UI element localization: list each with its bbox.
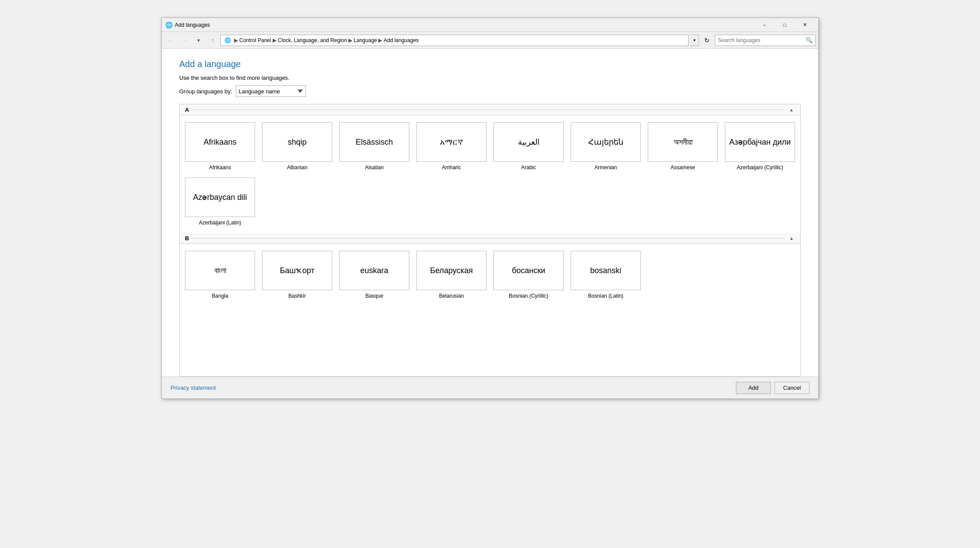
search-icon: 🔍 (806, 37, 813, 43)
refresh-button[interactable]: ↻ (701, 35, 713, 46)
language-name-bashkir: Bashkir (288, 293, 306, 299)
language-item-belarusian[interactable]: БеларускаяBelarusian (416, 251, 486, 299)
section-collapse-A[interactable]: ▲ (788, 106, 795, 113)
minimize-button[interactable]: − (754, 18, 774, 32)
language-item-bangla[interactable]: বাংলাBangla (185, 251, 255, 299)
search-input[interactable] (718, 37, 806, 43)
cancel-button[interactable]: Cancel (774, 382, 810, 394)
language-tile-alsatian: Elsässisch (339, 122, 409, 162)
language-item-basque[interactable]: euskaraBasque (339, 251, 409, 299)
language-list: A▲AfrikaansAfrikaansshqipAlbanianElsässi… (179, 104, 801, 377)
section-line-A (192, 110, 785, 110)
language-item-armenian[interactable]: ՀայերենArmenian (571, 122, 641, 171)
language-name-bosnian--cyrillic-: Bosnian (Cyrillic) (509, 293, 548, 299)
main-content: Add a language Use the search box to fin… (162, 49, 818, 377)
up-button[interactable]: ↑ (206, 35, 219, 46)
language-name-armenian: Armenian (594, 164, 617, 171)
language-tile-albanian: shqip (262, 122, 332, 162)
breadcrumb-add-languages[interactable]: Add languages (383, 37, 419, 43)
group-by-label: Group languages by: (179, 88, 232, 95)
language-item-arabic[interactable]: العربيةArabic (494, 122, 564, 171)
search-box[interactable]: 🔍 (715, 35, 816, 46)
language-grid-A: AfrikaansAfrikaansshqipAlbanianElsässisc… (180, 115, 800, 233)
language-item-azerbaijani--cyrillic-[interactable]: Азәрбајчан дилиAzerbaijani (Cyrillic) (725, 122, 795, 171)
language-name-azerbaijani--latin-: Azerbaijani (Latin) (199, 220, 241, 226)
language-item-amharic[interactable]: አማርኛAmharic (416, 122, 486, 171)
language-tile-afrikaans: Afrikaans (185, 122, 255, 162)
language-tile-arabic: العربية (494, 122, 564, 162)
breadcrumb-clock[interactable]: Clock, Language, and Region (278, 37, 347, 43)
title-bar: 🌐 Add languages − □ ✕ (162, 18, 818, 32)
language-tile-armenian: Հայերեն (571, 122, 641, 162)
language-item-bosnian--cyrillic-[interactable]: босанскиBosnian (Cyrillic) (494, 251, 564, 299)
language-name-belarusian: Belarusian (439, 293, 464, 299)
language-item-azerbaijani--latin-[interactable]: Azərbaycan diliAzerbaijani (Latin) (185, 178, 255, 226)
language-name-amharic: Amharic (442, 164, 461, 171)
section-header-A: A▲ (180, 104, 800, 115)
language-name-bosnian--latin-: Bosnian (Latin) (588, 293, 624, 299)
section-letter-A: A (185, 107, 189, 113)
language-grid-B: বাংলাBanglaБашҡортBashkireuskaraBasqueБе… (180, 244, 800, 306)
language-item-alsatian[interactable]: ElsässischAlsatian (339, 122, 409, 171)
language-item-afrikaans[interactable]: AfrikaansAfrikaans (185, 122, 255, 171)
language-tile-bosnian--latin-: bosanski (571, 251, 641, 290)
language-name-arabic: Arabic (521, 164, 536, 171)
language-tile-bangla: বাংলা (185, 251, 255, 290)
window-icon: 🌐 (165, 21, 172, 28)
language-tile-bosnian--cyrillic-: босански (494, 251, 564, 290)
language-name-albanian: Albanian (287, 164, 308, 171)
address-bar: ← → ▾ ↑ 🌐 ▶ Control Panel ▶ Clock, Langu… (162, 32, 818, 49)
window-controls: − □ ✕ (754, 18, 815, 32)
privacy-link[interactable]: Privacy statement (170, 384, 216, 391)
language-name-basque: Basque (366, 293, 383, 299)
language-name-azerbaijani--cyrillic-: Azerbaijani (Cyrillic) (737, 164, 783, 171)
language-item-assamese[interactable]: অসমীয়াAssamese (648, 122, 718, 171)
back-button[interactable]: ← (164, 35, 177, 46)
maximize-button[interactable]: □ (774, 18, 795, 32)
section-line-B (192, 238, 785, 238)
language-name-alsatian: Alsatian (365, 164, 384, 171)
language-tile-belarusian: Беларуская (416, 251, 486, 290)
language-tile-azerbaijani--cyrillic-: Азәрбајчан дили (725, 122, 795, 162)
page-title: Add a language (179, 59, 801, 69)
address-field[interactable]: 🌐 ▶ Control Panel ▶ Clock, Language, and… (220, 35, 689, 46)
language-item-bosnian--latin-[interactable]: bosanskiBosnian (Latin) (571, 251, 641, 299)
language-tile-assamese: অসমীয়া (648, 122, 718, 162)
forward-button[interactable]: → (178, 35, 191, 46)
section-letter-B: B (185, 235, 189, 242)
language-tile-azerbaijani--latin-: Azərbaycan dili (185, 178, 255, 217)
language-item-albanian[interactable]: shqipAlbanian (262, 122, 332, 171)
close-button[interactable]: ✕ (795, 18, 815, 32)
footer: Privacy statement Add Cancel (162, 377, 818, 399)
window-title: Add languages (175, 22, 754, 28)
breadcrumb-language[interactable]: Language (354, 37, 377, 43)
language-tile-basque: euskara (339, 251, 409, 290)
language-tile-bashkir: Башҡорт (262, 251, 332, 290)
group-by-select[interactable]: Language name (236, 85, 306, 97)
section-collapse-B[interactable]: ▲ (788, 235, 795, 242)
section-header-B: B▲ (180, 233, 800, 244)
page-subtitle: Use the search box to find more language… (179, 75, 801, 81)
language-name-afrikaans: Afrikaans (209, 164, 231, 171)
dropdown-button[interactable]: ▾ (192, 35, 205, 46)
main-window: 🌐 Add languages − □ ✕ ← → ▾ ↑ 🌐 ▶ Contro… (161, 18, 819, 399)
language-item-bashkir[interactable]: БашҡортBashkir (262, 251, 332, 299)
breadcrumb-control-panel[interactable]: Control Panel (239, 37, 271, 43)
group-by-row: Group languages by: Language name (179, 85, 801, 97)
language-tile-amharic: አማርኛ (416, 122, 486, 162)
language-name-assamese: Assamese (671, 164, 695, 171)
address-dropdown[interactable]: ▾ (690, 35, 699, 46)
language-name-bangla: Bangla (212, 293, 228, 299)
add-button[interactable]: Add (736, 382, 771, 394)
footer-buttons: Add Cancel (736, 382, 810, 394)
